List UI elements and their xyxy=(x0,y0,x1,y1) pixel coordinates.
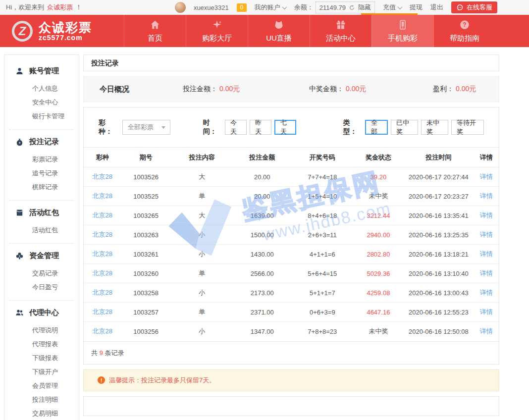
detail-link[interactable]: 详情 xyxy=(480,327,493,335)
avatar[interactable] xyxy=(175,2,186,13)
user-icon xyxy=(15,67,24,75)
message-badge[interactable]: 0 xyxy=(237,3,247,12)
brand-link[interactable]: 众诚彩票 xyxy=(47,3,73,11)
hide-balance-button[interactable]: 隐藏 xyxy=(358,3,371,12)
lottery-link[interactable]: 北京28 xyxy=(92,269,112,277)
balance-label: 余额： xyxy=(294,3,314,12)
bottom-empty-panel xyxy=(83,396,499,416)
sidebar-item[interactable]: 下级开户 xyxy=(4,365,79,379)
sidebar-item[interactable]: 会员管理 xyxy=(4,379,79,393)
sidebar-item[interactable]: 银行卡管理 xyxy=(4,109,79,123)
lottery-select[interactable]: 全部彩票 xyxy=(122,120,170,135)
refresh-icon[interactable] xyxy=(349,4,355,11)
nav-item-label: 首页 xyxy=(148,34,162,43)
funds-icon xyxy=(15,252,24,260)
lottery-link[interactable]: 北京28 xyxy=(92,173,112,180)
sidebar-group-label: 投注记录 xyxy=(29,137,59,147)
detail-link[interactable]: 详情 xyxy=(480,211,493,219)
type-filter-button[interactable]: 已中奖 xyxy=(391,120,418,135)
detail-link[interactable]: 详情 xyxy=(480,308,493,315)
draw-result: 8+4+6=18 xyxy=(308,212,337,219)
sidebar-group-title[interactable]: + 投注记录 xyxy=(4,135,79,149)
lottery-link[interactable]: 北京28 xyxy=(92,231,112,238)
nav-item-6[interactable]: ? 帮助指南 xyxy=(433,15,495,47)
username[interactable]: xuexue3321 xyxy=(194,4,229,11)
prize-status: 未中奖 xyxy=(369,192,388,200)
time-filter-button[interactable]: 昨天 xyxy=(250,120,271,135)
detail-link[interactable]: 详情 xyxy=(480,289,493,296)
draw-result: 5+1+1=7 xyxy=(310,289,335,297)
detail-link[interactable]: 详情 xyxy=(480,173,493,180)
nav-item-4[interactable]: 活动中心 xyxy=(310,15,371,47)
logout-link[interactable]: 退出 xyxy=(430,3,443,12)
sidebar-item[interactable]: 活动红包 xyxy=(4,223,79,237)
site-logo[interactable]: Z 众诚彩票 zc5577.com xyxy=(0,15,124,47)
issue-number: 1003263 xyxy=(133,231,159,239)
lottery-link[interactable]: 北京28 xyxy=(92,327,112,335)
svg-text:?: ? xyxy=(463,21,466,28)
table-row: 北京281003256小1347.007+8+8=23未中奖2020-06-16… xyxy=(84,322,499,341)
sidebar-item[interactable]: 追号记录 xyxy=(4,166,79,180)
prize-status: 5029.36 xyxy=(367,270,390,277)
bet-content: 单 xyxy=(199,269,205,277)
lottery-link[interactable]: 北京28 xyxy=(92,192,112,200)
detail-link[interactable]: 详情 xyxy=(480,250,493,258)
my-account-dropdown[interactable]: 我的账户 xyxy=(255,3,286,12)
sidebar-group-title[interactable]: 资金管理 xyxy=(4,249,79,262)
nav-item-3[interactable]: UU直播 xyxy=(248,15,310,47)
issue-number: 1003258 xyxy=(133,289,159,297)
logo-domain: zc5577.com xyxy=(39,34,92,42)
sidebar-group: 资金管理 交易记录 今日盈亏 xyxy=(4,249,79,295)
sidebar-item[interactable]: 个人信息 xyxy=(4,82,79,96)
lottery-link[interactable]: 北京28 xyxy=(92,308,112,315)
detail-link[interactable]: 详情 xyxy=(480,269,493,277)
sidebar-item[interactable]: 棋牌记录 xyxy=(4,180,79,194)
sidebar-item[interactable]: 交易记录 xyxy=(4,266,79,280)
nav-item-1[interactable]: 首页 xyxy=(124,15,186,47)
main-content: 投注记录 今日概况 投注金额：0.00元中奖金额：0.00元盈利：0.00元 彩… xyxy=(83,54,499,416)
time-filter-button[interactable]: 七天 xyxy=(274,120,296,135)
type-filter-button[interactable]: 未中奖 xyxy=(421,120,448,135)
nav-item-2[interactable]: 购彩大厅 xyxy=(186,15,248,47)
recharge-dropdown[interactable]: 充值 xyxy=(383,3,402,12)
chevron-down-icon xyxy=(398,4,403,9)
nav-item-5[interactable]: 手机购彩 xyxy=(371,15,433,47)
bet-records-table: 彩种期号投注内容投注金额开奖号码奖金状态投注时间详情 北京281003526大2… xyxy=(84,147,499,341)
sidebar-item[interactable]: 代理说明 xyxy=(4,323,79,337)
issue-number: 1003257 xyxy=(133,309,159,316)
type-filter-button[interactable]: 等待开奖 xyxy=(451,120,484,135)
sidebar-item[interactable]: 下级报表 xyxy=(4,351,79,365)
sidebar-group-title[interactable]: 活动红包 xyxy=(4,206,79,219)
sidebar-item[interactable]: 安全中心 xyxy=(4,96,79,109)
draw-result: 7+8+8=23 xyxy=(308,328,337,335)
sidebar-item[interactable]: 交易明细 xyxy=(4,407,79,420)
sidebar-item[interactable]: 代理报表 xyxy=(4,337,79,351)
type-filter-button[interactable]: 全部 xyxy=(365,120,388,135)
detail-link[interactable]: 详情 xyxy=(480,192,493,200)
balance-box: 21149.79 隐藏 xyxy=(316,1,375,13)
column-header: 开奖号码 xyxy=(291,148,354,167)
withdraw-link[interactable]: 提现 xyxy=(410,3,423,12)
sidebar-group-title[interactable]: 账号管理 xyxy=(4,64,79,78)
sidebar-item[interactable]: 今日盈亏 xyxy=(4,280,79,294)
lottery-link[interactable]: 北京28 xyxy=(92,211,112,219)
table-header-row: 彩种期号投注内容投注金额开奖号码奖金状态投注时间详情 xyxy=(84,148,499,167)
detail-link[interactable]: 详情 xyxy=(480,231,493,238)
sidebar-item[interactable]: 投注明细 xyxy=(4,393,79,407)
bet-time: 2020-06-17 20:23:27 xyxy=(409,193,469,200)
prize-status: 未中奖 xyxy=(369,327,388,335)
lottery-link[interactable]: 北京28 xyxy=(92,289,112,296)
time-filter-button[interactable]: 今天 xyxy=(225,120,247,135)
sidebar-group-title[interactable]: 代理中心 xyxy=(4,306,79,319)
sidebar-item[interactable]: 彩票记录 xyxy=(4,153,79,166)
sidebar-group-items: 彩票记录 追号记录 棋牌记录 xyxy=(4,149,79,195)
count-suffix: 条记录 xyxy=(103,349,124,357)
customer-service-button[interactable]: 在线客服 xyxy=(451,1,497,13)
warning-icon: ! xyxy=(98,376,105,384)
bet-amount: 20.00 xyxy=(254,193,270,200)
sidebar-divider xyxy=(9,200,74,201)
type-filter-label: 类型： xyxy=(343,118,362,136)
help-icon: ? xyxy=(459,19,470,30)
lottery-link[interactable]: 北京28 xyxy=(92,250,112,258)
bet-amount: 2173.00 xyxy=(251,289,274,297)
